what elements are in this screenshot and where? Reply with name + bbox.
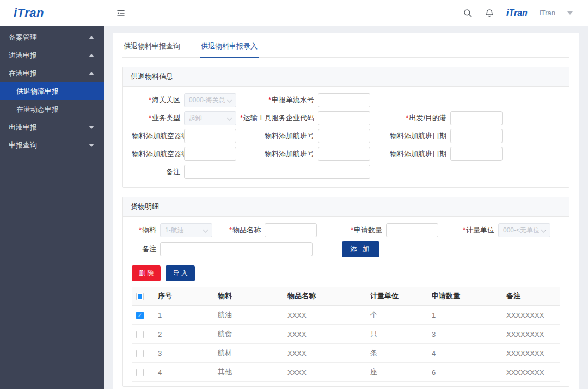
material-label: *物料: [132, 225, 160, 235]
item-name-label: *物品名称: [212, 225, 265, 235]
required-mark: *: [463, 226, 465, 234]
chevron-down-icon: [89, 144, 94, 147]
cargo-remark-input[interactable]: [160, 242, 313, 256]
required-mark: *: [149, 114, 151, 122]
required-mark: *: [149, 96, 151, 104]
cargo-remark-label: 备注: [132, 244, 160, 254]
chevron-down-icon: [227, 97, 232, 103]
remark-label: 备注: [132, 167, 184, 177]
flight-date-input-2[interactable]: [450, 147, 503, 161]
required-mark: *: [229, 226, 232, 234]
tab-material-entry[interactable]: 供退物料申报录入: [200, 35, 259, 58]
select-all-checkbox[interactable]: [136, 293, 144, 300]
row-checkbox[interactable]: [136, 331, 144, 338]
aircraft-number-input-1[interactable]: [184, 129, 236, 143]
user-menu[interactable]: iTran: [540, 9, 555, 17]
bell-icon[interactable]: [485, 8, 494, 18]
business-type-label: *业务类型: [132, 113, 184, 123]
apply-quantity-input[interactable]: [386, 223, 438, 237]
cell-qty: 4: [427, 344, 502, 363]
cell-remark: XXXXXXXX: [502, 363, 560, 382]
delete-rows-button[interactable]: 删 除: [132, 265, 161, 281]
main-content: 供退物料申报查询 供退物料申报录入 供退物料信息 *海关关区 0000-海关总 …: [104, 0, 588, 389]
transport-company-code-input[interactable]: [318, 111, 370, 125]
sidebar-item-label: 出港申报: [9, 122, 37, 132]
flight-date-label-1: 物料添加航班日期: [370, 131, 450, 141]
sidebar-item-label: 在港申报: [9, 69, 37, 78]
flight-number-label-1: 物料添加航班号: [236, 131, 318, 141]
declaration-serial-input[interactable]: [318, 93, 370, 107]
cell-unit: 只: [366, 325, 427, 344]
sidebar-item-label: 申报查询: [9, 140, 37, 150]
cell-unit: 座: [366, 363, 427, 382]
cargo-table: 序号 物料 物品名称 计量单位 申请数量 备注 1 航油: [132, 287, 560, 382]
column-header-unit: 计量单位: [366, 287, 427, 306]
sidebar-item-outbound-declaration[interactable]: 出港申报: [0, 118, 104, 136]
aircraft-number-input-2[interactable]: [184, 147, 236, 161]
column-header-item-name: 物品名称: [283, 287, 366, 306]
top-header: iTran iTran iTran: [0, 0, 588, 26]
item-name-input[interactable]: [265, 223, 317, 237]
chevron-up-icon: [89, 36, 94, 39]
tab-bar: 供退物料申报查询 供退物料申报录入: [122, 35, 569, 58]
cell-item-name: XXXX: [283, 363, 366, 382]
aircraft-number-label-1: 物料添加航空器编号: [132, 131, 184, 141]
chevron-down-icon: [89, 126, 94, 129]
sidebar-item-inbound-declaration[interactable]: 进港申报: [0, 46, 104, 64]
menu-fold-icon[interactable]: [116, 8, 126, 18]
customs-district-select[interactable]: 0000-海关总: [184, 93, 236, 107]
business-type-select[interactable]: 起卸: [184, 111, 236, 125]
cell-unit: 条: [366, 344, 427, 363]
table-row: 3 航材 XXXX 条 4 XXXXXXXX: [132, 344, 560, 363]
sidebar-subitem-inport-dynamic[interactable]: 在港动态申报: [0, 100, 104, 118]
cell-item-name: XXXX: [283, 344, 366, 363]
sidebar-item-declaration-query[interactable]: 申报查询: [0, 136, 104, 154]
content-card: 供退物料申报查询 供退物料申报录入 供退物料信息 *海关关区 0000-海关总 …: [113, 33, 579, 389]
chevron-down-icon[interactable]: [567, 11, 573, 15]
chevron-down-icon: [203, 227, 209, 233]
add-button[interactable]: 添 加: [342, 241, 379, 257]
required-mark: *: [406, 114, 408, 122]
column-header-seq: 序号: [154, 287, 213, 306]
logo-container: iTran: [0, 6, 104, 20]
cell-seq: 2: [154, 325, 213, 344]
required-mark: *: [240, 114, 243, 122]
cell-qty: 6: [427, 363, 502, 382]
material-select[interactable]: 1-航油: [160, 223, 212, 237]
departure-destination-port-input[interactable]: [450, 111, 503, 125]
header-actions: iTran iTran: [463, 8, 588, 18]
cell-remark: XXXXXXXX: [502, 325, 560, 344]
departure-destination-port-label: *出发/目的港: [370, 113, 450, 123]
cell-seq: 4: [154, 363, 213, 382]
import-button[interactable]: 导 入: [166, 265, 194, 281]
table-row: 4 其他 XXXX 座 6 XXXXXXXX: [132, 363, 560, 382]
row-checkbox[interactable]: [136, 369, 144, 376]
measure-unit-select[interactable]: 000-<无单位: [498, 223, 550, 237]
search-icon[interactable]: [463, 8, 473, 18]
app-logo[interactable]: iTran: [14, 6, 44, 20]
customs-district-label: *海关关区: [132, 95, 184, 105]
sidebar-item-record-management[interactable]: 备案管理: [0, 28, 104, 46]
sidebar-item-inport-declaration[interactable]: 在港申报: [0, 64, 104, 82]
cell-item-name: XXXX: [283, 306, 366, 325]
row-checkbox[interactable]: [136, 350, 144, 357]
measure-unit-value: 000-<无单位: [503, 226, 539, 235]
measure-unit-label: *计量单位: [438, 225, 498, 235]
material-info-remark-input[interactable]: [184, 165, 370, 179]
tab-material-query[interactable]: 供退物料申报查询: [122, 35, 181, 57]
cell-qty: 1: [427, 306, 502, 325]
flight-number-input-1[interactable]: [318, 129, 370, 143]
chevron-up-icon: [89, 72, 94, 75]
sidebar-subitem-supply-return-logistics[interactable]: 供退物流申报: [0, 82, 104, 100]
cell-seq: 3: [154, 344, 213, 363]
sidebar-item-label: 备案管理: [9, 33, 37, 42]
flight-date-input-1[interactable]: [450, 129, 503, 143]
row-checkbox[interactable]: [136, 312, 144, 319]
column-header-remark: 备注: [502, 287, 560, 306]
flight-number-input-2[interactable]: [318, 147, 370, 161]
chevron-down-icon: [227, 115, 232, 121]
material-value: 1-航油: [165, 226, 184, 235]
chevron-down-icon: [541, 227, 547, 233]
cell-remark: XXXXXXXX: [502, 344, 560, 363]
cell-qty: 3: [427, 325, 502, 344]
